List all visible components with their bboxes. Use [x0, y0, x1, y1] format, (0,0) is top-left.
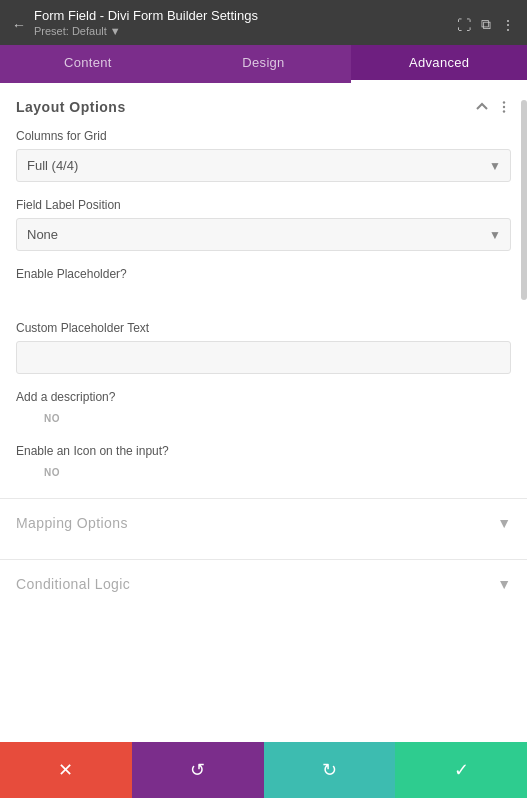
section-controls	[475, 100, 511, 114]
tabs: Content Design Advanced	[0, 45, 527, 83]
custom-placeholder-input[interactable]	[16, 341, 511, 374]
tab-design[interactable]: Design	[176, 45, 352, 83]
expand-icon[interactable]: ⛶	[457, 17, 471, 33]
tab-content[interactable]: Content	[0, 45, 176, 83]
conditional-logic-header[interactable]: Conditional Logic ▼	[16, 576, 511, 592]
svg-point-1	[503, 106, 505, 108]
header-icons: ⛶ ⧉ ⋮	[457, 16, 515, 33]
more-options-icon[interactable]	[497, 100, 511, 114]
mapping-options-section: Mapping Options ▼	[0, 498, 527, 547]
toggle-icon-no-label: NO	[44, 467, 60, 478]
undo-button[interactable]: ↺	[132, 742, 264, 798]
enable-placeholder-label: Enable Placeholder?	[16, 267, 511, 281]
custom-placeholder-label: Custom Placeholder Text	[16, 321, 511, 335]
add-description-label: Add a description?	[16, 390, 511, 404]
toggle-knob-no	[20, 414, 40, 434]
label-position-label: Field Label Position	[16, 198, 511, 212]
more-icon[interactable]: ⋮	[501, 17, 515, 33]
main-content: Layout Options Columns for Grid Full (4/…	[0, 83, 527, 725]
toggle-no-label: NO	[44, 413, 60, 424]
header-preset[interactable]: Preset: Default ▼	[34, 23, 258, 41]
redo-button[interactable]: ↻	[264, 742, 396, 798]
conditional-logic-section: Conditional Logic ▼	[0, 559, 527, 608]
svg-point-0	[503, 101, 505, 103]
panel-icon[interactable]: ⧉	[481, 16, 491, 33]
columns-select-wrapper: Full (4/4) 3/4 2/4 1/4 ▼	[16, 149, 511, 182]
back-icon[interactable]: ←	[12, 17, 26, 33]
cancel-button[interactable]: ✕	[0, 742, 132, 798]
toggle-icon-knob-no	[20, 468, 40, 488]
conditional-logic-title: Conditional Logic	[16, 576, 130, 592]
mapping-options-title: Mapping Options	[16, 515, 128, 531]
mapping-options-header[interactable]: Mapping Options ▼	[16, 515, 511, 531]
columns-for-grid-field: Columns for Grid Full (4/4) 3/4 2/4 1/4 …	[16, 129, 511, 182]
header: ← Form Field - Divi Form Builder Setting…	[0, 0, 527, 45]
columns-label: Columns for Grid	[16, 129, 511, 143]
label-position-select[interactable]: None Top Left Right	[16, 218, 511, 251]
add-description-field: Add a description? NO	[16, 390, 511, 428]
enable-placeholder-field: Enable Placeholder? YES	[16, 267, 511, 305]
mapping-chevron-icon: ▼	[497, 515, 511, 531]
section-title: Layout Options	[16, 99, 126, 115]
custom-placeholder-field: Custom Placeholder Text	[16, 321, 511, 374]
toggle-yes-label: YES	[22, 290, 44, 301]
preset-label[interactable]: Preset: Default	[34, 25, 107, 37]
enable-icon-label: Enable an Icon on the input?	[16, 444, 511, 458]
header-title: Form Field - Divi Form Builder Settings	[34, 8, 258, 23]
bottom-toolbar: ✕ ↺ ↻ ✓	[0, 742, 527, 798]
label-position-select-wrapper: None Top Left Right ▼	[16, 218, 511, 251]
layout-options-section-header: Layout Options	[16, 99, 511, 115]
field-label-position-field: Field Label Position None Top Left Right…	[16, 198, 511, 251]
header-left: ← Form Field - Divi Form Builder Setting…	[12, 8, 258, 41]
preset-chevron-icon: ▼	[110, 25, 121, 37]
conditional-logic-chevron-icon: ▼	[497, 576, 511, 592]
tab-advanced[interactable]: Advanced	[351, 45, 527, 83]
save-button[interactable]: ✓	[395, 742, 527, 798]
toggle-knob	[0, 291, 12, 311]
scroll-indicator	[521, 100, 527, 300]
columns-select[interactable]: Full (4/4) 3/4 2/4 1/4	[16, 149, 511, 182]
enable-icon-field: Enable an Icon on the input? NO	[16, 444, 511, 482]
collapse-icon[interactable]	[475, 100, 489, 114]
svg-point-2	[503, 110, 505, 112]
